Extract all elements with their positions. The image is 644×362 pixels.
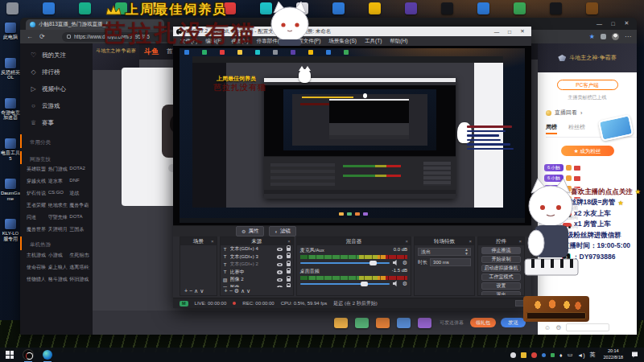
sidebar-game-link[interactable]: 桌上狼人杀	[48, 264, 68, 271]
desktop-app-icon[interactable]	[332, 2, 345, 14]
chat-bubble-icon[interactable]: ▭	[568, 352, 573, 358]
desktop-app-icon[interactable]: 反恐精英OL	[1, 58, 20, 80]
spinner-arrows-icon[interactable]: ▲▼	[463, 248, 470, 256]
sidebar-item-esports[interactable]: ♕ 赛事	[20, 114, 93, 131]
control-button[interactable]: 开始录制	[481, 256, 521, 264]
close-icon[interactable]: ✕	[516, 27, 529, 36]
minimize-icon[interactable]: —	[592, 18, 606, 29]
desktop-app-icon[interactable]: KLY-LO服专用	[1, 219, 20, 241]
lock-icon[interactable]	[287, 278, 291, 282]
control-button[interactable]: 工作室模式	[481, 274, 521, 282]
scenes-toolbar[interactable]: + − ∧ ∨	[180, 287, 217, 295]
obs-menu-item[interactable]: 帮助(H)	[386, 38, 411, 45]
tab-weekly[interactable]: 周榜	[546, 123, 557, 134]
control-button[interactable]: 设置	[481, 282, 521, 290]
sidebar-game-link[interactable]: 天涯明月刀	[48, 226, 68, 233]
sidebar-game-link[interactable]: DOTA2	[69, 166, 89, 173]
sidebar-game-link[interactable]: 逆战	[69, 190, 89, 197]
desktop-app-icon[interactable]	[477, 2, 489, 14]
notification-center-icon[interactable]	[631, 350, 641, 360]
source-row[interactable]: T 文本(GDI+) 4	[221, 245, 293, 253]
speaker-icon[interactable]	[393, 281, 399, 286]
lock-icon[interactable]	[287, 286, 291, 287]
lock-icon[interactable]	[287, 255, 291, 258]
volume-slider[interactable]	[300, 262, 390, 264]
maximize-icon[interactable]: □	[503, 27, 516, 36]
source-row[interactable]: T 文本(GDI+) 3	[221, 253, 293, 261]
transitions-dock-title[interactable]: 转场特效	[415, 237, 474, 245]
visibility-eye-icon[interactable]	[277, 248, 283, 252]
taskbar-clock[interactable]: 20:14 2022/8/18	[604, 348, 623, 360]
tray-icon[interactable]	[551, 353, 555, 357]
transition-select[interactable]: 淡出 ▲▼	[418, 248, 471, 256]
profile-avatar[interactable]	[612, 33, 619, 40]
visibility-eye-icon[interactable]	[277, 263, 283, 267]
gear-icon[interactable]: ⚙	[402, 281, 407, 286]
filters-button[interactable]: ◐ 滤镜	[269, 226, 296, 237]
sidebar-game-link[interactable]: 三国杀	[69, 226, 89, 233]
sidebar-game-link[interactable]: 炉石传说	[27, 190, 47, 197]
sidebar-game-link[interactable]: 王者荣耀	[27, 202, 47, 209]
volume-slider[interactable]	[300, 283, 390, 285]
desktop-app-icon[interactable]: 奇游电竞加速器	[1, 98, 20, 121]
start-button[interactable]	[6, 351, 14, 359]
language-indicator[interactable]: 英	[590, 351, 596, 359]
desktop-app-icon[interactable]: DaumGame	[1, 179, 20, 201]
lock-icon[interactable]	[287, 270, 291, 274]
mixer-dock-title[interactable]: 混音器	[297, 237, 411, 245]
event-banner[interactable]: 斗地主之神·争霸赛	[538, 43, 637, 72]
sidebar-item-follows[interactable]: ♡ 我的关注	[20, 47, 93, 64]
sidebar-game-link[interactable]: 主机游戏	[27, 252, 47, 259]
pc-client-button[interactable]: PC客户端	[557, 80, 618, 90]
sidebar-game-link[interactable]: 问道	[27, 214, 47, 221]
visibility-eye-icon[interactable]	[277, 286, 283, 287]
speaker-icon[interactable]: ◄)	[577, 352, 584, 358]
source-row[interactable]: ▨ 图像 2	[221, 276, 293, 284]
speaker-icon[interactable]	[393, 260, 399, 265]
sidebar-game-link[interactable]: 魔兽世界	[27, 226, 47, 233]
desktop-app-icon[interactable]	[550, 2, 562, 14]
become-fan-button[interactable]: ★ 成为粉丝	[561, 146, 614, 156]
gift-icon[interactable]	[397, 318, 411, 328]
control-button[interactable]: 停止推流	[481, 247, 521, 255]
visibility-eye-icon[interactable]	[277, 270, 283, 274]
tray-icon[interactable]	[521, 352, 526, 358]
chat-input[interactable]	[566, 323, 609, 331]
sidebar-game-link[interactable]: CS:GO	[48, 190, 68, 197]
scenes-dock-title[interactable]: 场景	[180, 237, 217, 245]
microphone-icon[interactable]: ♦	[559, 352, 563, 358]
bookmark-star-icon[interactable]: ★	[589, 33, 595, 40]
sidebar-game-link[interactable]: 魔兽争霸	[69, 202, 89, 209]
sidebar-game-link[interactable]: 英雄联盟	[27, 166, 47, 173]
tray-icon[interactable]	[531, 352, 537, 358]
send-button[interactable]: 发送	[501, 318, 526, 327]
sidebar-game-link[interactable]: DNF	[69, 178, 89, 185]
visibility-eye-icon[interactable]	[277, 278, 283, 282]
desktop-app-icon[interactable]	[79, 2, 91, 14]
emoji-icon[interactable]: ☺	[544, 324, 551, 331]
extensions-icon[interactable]	[601, 34, 606, 39]
desktop-app-icon[interactable]	[6, 2, 19, 14]
claim-gift-button[interactable]: 领礼包	[470, 318, 496, 327]
close-icon[interactable]: ✕	[620, 18, 634, 29]
scene-list[interactable]	[180, 245, 217, 287]
tab-fans[interactable]: 粉丝榜	[568, 123, 585, 134]
desktop-app-icon[interactable]	[514, 2, 526, 14]
control-button[interactable]: 退出	[481, 291, 521, 296]
sidebar-item-cloud-gaming[interactable]: ○ 云游戏	[20, 97, 93, 114]
desktop-app-icon[interactable]	[441, 2, 453, 14]
taskbar-obs-icon[interactable]	[23, 350, 33, 360]
lock-icon[interactable]	[287, 263, 291, 266]
gift-icon[interactable]	[355, 318, 369, 328]
maximize-icon[interactable]: □	[606, 18, 620, 29]
minimize-icon[interactable]: —	[490, 27, 503, 36]
sidebar-game-link[interactable]: 格斗游戏	[48, 276, 68, 283]
visibility-eye-icon[interactable]	[277, 255, 283, 259]
tray-icon[interactable]	[542, 353, 546, 357]
sources-toolbar[interactable]: + − ⚙ ∧ ∨	[221, 287, 293, 295]
desktop-app-icon[interactable]	[43, 2, 55, 14]
obs-preview[interactable]: 上周最佳饲养员 芭拉扎没有猫	[173, 46, 531, 225]
refresh-icon[interactable]: ⟳	[39, 33, 45, 40]
gift-icon[interactable]	[376, 318, 390, 328]
lock-icon[interactable]	[287, 248, 291, 251]
